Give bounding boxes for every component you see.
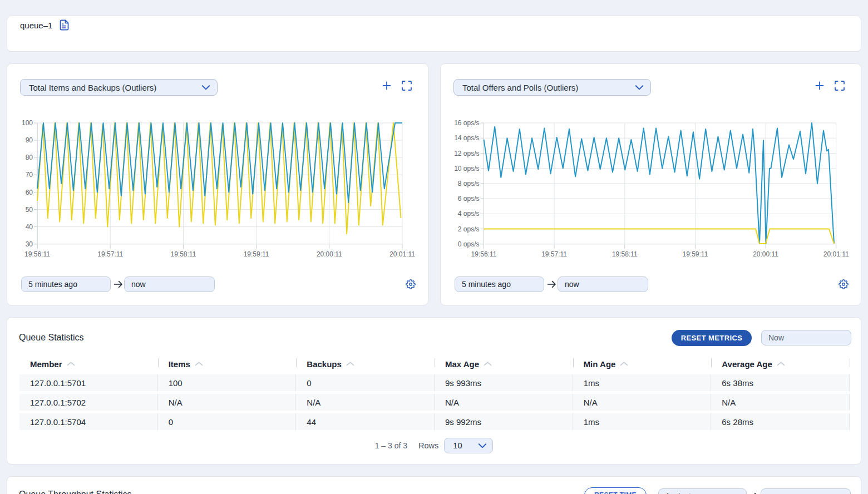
svg-text:19:57:11: 19:57:11	[97, 250, 123, 258]
svg-text:14 ops/s: 14 ops/s	[454, 134, 479, 142]
svg-text:19:59:11: 19:59:11	[682, 250, 708, 258]
svg-text:80: 80	[26, 154, 33, 161]
svg-text:20:01:11: 20:01:11	[823, 250, 849, 258]
svg-text:8 ops/s: 8 ops/s	[458, 180, 480, 187]
svg-text:40: 40	[26, 223, 33, 231]
svg-text:19:58:11: 19:58:11	[612, 250, 638, 258]
svg-text:20:00:11: 20:00:11	[317, 250, 342, 258]
svg-text:4 ops/s: 4 ops/s	[458, 210, 480, 218]
svg-text:2 ops/s: 2 ops/s	[458, 225, 480, 233]
svg-text:60: 60	[26, 189, 33, 196]
svg-text:50: 50	[26, 206, 33, 214]
svg-text:19:56:11: 19:56:11	[471, 250, 497, 258]
svg-text:0 ops/s: 0 ops/s	[458, 240, 480, 248]
svg-text:30: 30	[26, 240, 33, 248]
svg-text:19:59:11: 19:59:11	[244, 250, 269, 258]
svg-text:100: 100	[22, 119, 33, 127]
svg-text:10 ops/s: 10 ops/s	[454, 165, 479, 172]
svg-text:20:00:11: 20:00:11	[753, 250, 778, 258]
svg-text:90: 90	[26, 136, 33, 144]
svg-text:19:56:11: 19:56:11	[24, 250, 50, 258]
svg-text:19:57:11: 19:57:11	[541, 250, 567, 258]
svg-text:16 ops/s: 16 ops/s	[454, 119, 479, 127]
svg-text:12 ops/s: 12 ops/s	[454, 150, 479, 157]
svg-text:6 ops/s: 6 ops/s	[458, 195, 480, 202]
svg-text:19:58:11: 19:58:11	[170, 250, 196, 258]
svg-text:70: 70	[26, 171, 33, 179]
svg-text:20:01:11: 20:01:11	[389, 250, 415, 258]
